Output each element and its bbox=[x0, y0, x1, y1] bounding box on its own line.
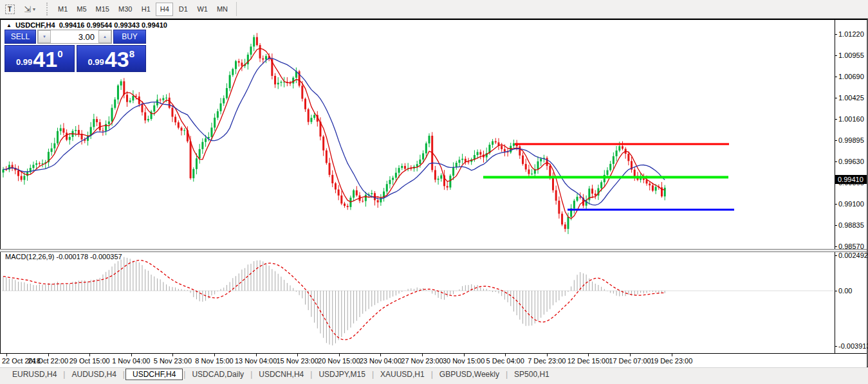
time-axis[interactable]: 22 Oct 201824 Oct 22:0029 Oct 15:001 Nov… bbox=[0, 354, 867, 367]
price-tick-mark bbox=[835, 98, 837, 98]
macd-tick-mark bbox=[835, 291, 837, 291]
time-tick-label: 8 Nov 15:00 bbox=[195, 357, 233, 365]
time-tick-mark bbox=[422, 354, 423, 356]
sell-price-prefix: 0.99 bbox=[16, 57, 32, 67]
time-tick-mark bbox=[380, 354, 381, 356]
price-tick-mark bbox=[835, 34, 837, 35]
price-tick-label: 0.99100 bbox=[838, 200, 864, 208]
time-tick-label: 15 Nov 23:00 bbox=[276, 357, 318, 365]
price-tick-mark bbox=[835, 55, 837, 56]
time-tick-label: 5 Dec 04:00 bbox=[486, 357, 524, 365]
time-tick-mark bbox=[630, 354, 631, 356]
sell-price-big: 41 bbox=[33, 47, 57, 71]
sell-button[interactable]: SELL bbox=[5, 30, 36, 44]
time-tick-label: 23 Nov 04:00 bbox=[360, 357, 402, 365]
price-tick-label: 1.00955 bbox=[838, 51, 864, 59]
price-tick-label: 1.00425 bbox=[838, 94, 864, 102]
price-tick-label: 0.98570 bbox=[838, 242, 864, 250]
time-tick-label: 27 Nov 23:00 bbox=[401, 357, 443, 365]
time-tick-label: 24 Oct 22:00 bbox=[28, 357, 68, 365]
time-tick-mark bbox=[214, 354, 215, 356]
price-tick-label: 1.01220 bbox=[838, 30, 864, 38]
buy-price-prefix: 0.99 bbox=[88, 57, 104, 67]
trading-terminal: T ⇲ ▼ M1M5M15M30H1H4D1W1MN ▲ USDCHF,H4 0… bbox=[0, 0, 868, 384]
price-tick-mark bbox=[835, 225, 837, 226]
one-click-trading-panel: SELL ▼ ▲ BUY 0.99 41 0 0.99 43 8 bbox=[5, 30, 146, 72]
time-tick-label: 7 Dec 23:00 bbox=[528, 357, 566, 365]
price-tick-mark bbox=[835, 204, 837, 205]
macd-tick-label: 0.00 bbox=[838, 287, 852, 295]
volume-increase-button[interactable]: ▲ bbox=[98, 30, 111, 43]
macd-tick-label: -0.003913 bbox=[838, 342, 868, 350]
symbol-period-label: USDCHF,H4 bbox=[15, 21, 55, 29]
sell-price-pipette: 0 bbox=[57, 48, 62, 59]
time-tick-mark bbox=[297, 354, 298, 356]
collapse-panel-icon[interactable]: ▲ bbox=[6, 23, 12, 28]
price-tick-label: 0.99895 bbox=[838, 136, 864, 144]
buy-price-big: 43 bbox=[105, 47, 129, 71]
chart-title: ▲ USDCHF,H4 0.99416 0.99544 0.99343 0.99… bbox=[6, 21, 167, 29]
volume-input[interactable] bbox=[51, 30, 98, 43]
price-tick-mark bbox=[835, 246, 837, 247]
time-tick-label: 12 Dec 15:00 bbox=[568, 357, 609, 365]
price-tick-mark bbox=[835, 140, 837, 141]
time-tick-mark bbox=[672, 354, 672, 356]
time-tick-mark bbox=[339, 354, 340, 356]
time-tick-mark bbox=[89, 354, 90, 356]
time-tick-label: 30 Nov 15:00 bbox=[443, 357, 485, 365]
time-tick-mark bbox=[6, 354, 7, 356]
trade-panel-top-row: SELL ▼ ▲ BUY bbox=[5, 30, 146, 44]
macd-tick-label: 0.002492 bbox=[838, 251, 868, 259]
volume-decrease-button[interactable]: ▼ bbox=[38, 30, 51, 43]
time-tick-mark bbox=[547, 354, 548, 356]
time-tick-mark bbox=[464, 354, 465, 356]
macd-name: MACD(12,26,9) bbox=[5, 253, 54, 261]
time-tick-label: 13 Nov 04:00 bbox=[235, 357, 277, 365]
price-tick-label: 1.00160 bbox=[838, 115, 864, 123]
buy-button[interactable]: BUY bbox=[113, 30, 146, 44]
volume-control: ▼ ▲ bbox=[37, 30, 112, 44]
ohlc-values: 0.99416 0.99544 0.99343 0.99410 bbox=[59, 21, 167, 29]
macd-tick-mark bbox=[835, 255, 837, 256]
time-tick-mark bbox=[48, 354, 49, 356]
horizontal-level-lines[interactable] bbox=[483, 144, 734, 210]
macd-indicator-label: MACD(12,26,9) -0.000178 -0.000357 bbox=[5, 253, 122, 261]
sell-price-button[interactable]: 0.99 41 0 bbox=[5, 45, 75, 72]
time-tick-mark bbox=[588, 354, 589, 356]
price-tick-mark bbox=[835, 161, 837, 162]
trade-panel-price-row: 0.99 41 0 0.99 43 8 bbox=[5, 45, 146, 72]
price-tick-mark bbox=[835, 119, 837, 120]
macd-tick-mark bbox=[835, 346, 837, 347]
time-tick-label: 1 Nov 04:00 bbox=[112, 357, 150, 365]
buy-price-button[interactable]: 0.99 43 8 bbox=[77, 45, 147, 72]
macd-signal-line bbox=[3, 261, 665, 340]
time-tick-mark bbox=[256, 354, 257, 356]
price-tick-label: 1.00690 bbox=[838, 73, 864, 80]
price-tick-mark bbox=[835, 77, 837, 77]
price-tick-label: 0.99630 bbox=[838, 158, 864, 165]
time-tick-label: 19 Dec 23:00 bbox=[651, 357, 692, 365]
buy-price-pipette: 8 bbox=[129, 48, 134, 59]
macd-values: -0.000178 -0.000357 bbox=[56, 253, 122, 261]
time-tick-label: 29 Oct 15:00 bbox=[69, 357, 110, 365]
current-price-marker: 0.99410 bbox=[835, 175, 867, 184]
macd-histogram bbox=[3, 257, 665, 345]
time-tick-label: 5 Nov 23:00 bbox=[154, 357, 192, 365]
time-tick-label: 20 Nov 15:00 bbox=[318, 357, 360, 365]
time-tick-mark bbox=[505, 354, 506, 356]
price-tick-label: 0.98835 bbox=[838, 221, 864, 229]
time-tick-mark bbox=[131, 354, 132, 356]
time-tick-label: 17 Dec 07:00 bbox=[609, 357, 651, 365]
time-tick-mark bbox=[172, 354, 173, 356]
moving-averages bbox=[3, 48, 665, 219]
